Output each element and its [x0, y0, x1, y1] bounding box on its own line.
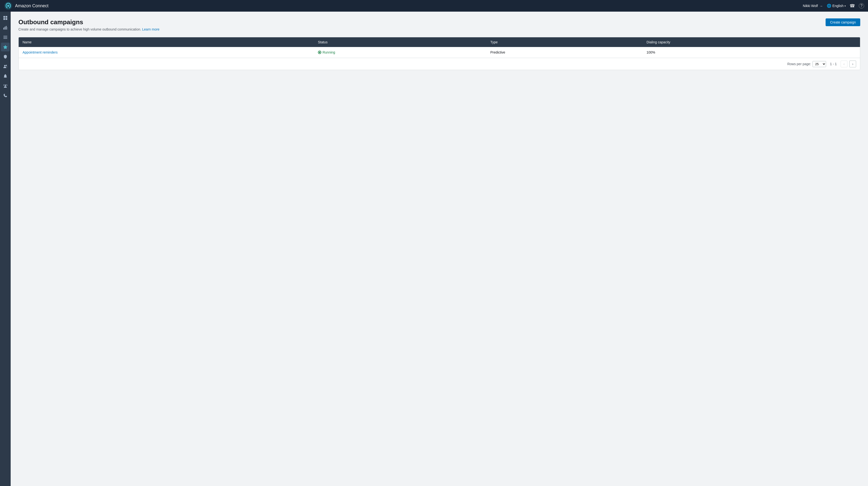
- status-icon: [318, 51, 321, 54]
- svg-rect-10: [3, 36, 7, 36]
- username: Nikki Wolf: [803, 4, 818, 8]
- app-body: Outbound campaigns Create and manage cam…: [0, 12, 868, 486]
- chevron-down-icon: ▾: [844, 5, 846, 7]
- svg-marker-13: [3, 45, 7, 49]
- topnav: Amazon Connect Nikki Wolf → 🌐 English ▾ …: [0, 0, 868, 12]
- svg-rect-7: [5, 27, 5, 30]
- rows-per-page-label: Rows per page:: [787, 62, 811, 66]
- svg-point-17: [5, 85, 6, 86]
- amazon-connect-logo: [4, 1, 12, 10]
- app-title: Amazon Connect: [15, 3, 49, 8]
- col-header-status: Status: [314, 37, 486, 47]
- svg-rect-5: [6, 18, 7, 20]
- language-label: English: [832, 4, 843, 8]
- page-title: Outbound campaigns: [19, 19, 159, 26]
- cell-type: Predictive: [486, 47, 643, 58]
- page-subtitle: Create and manage campaigns to achieve h…: [19, 27, 159, 31]
- sidebar-item-notifications[interactable]: [1, 72, 10, 80]
- sidebar-item-users[interactable]: [1, 62, 10, 71]
- cell-name: Appointment reminders: [19, 47, 314, 58]
- topnav-right: Nikki Wolf → 🌐 English ▾ ☎ ?: [803, 3, 864, 8]
- svg-rect-11: [3, 37, 7, 37]
- app-logo-area: Amazon Connect: [4, 1, 803, 10]
- svg-rect-2: [3, 16, 5, 18]
- svg-point-14: [4, 65, 6, 66]
- learn-more-link[interactable]: Learn more: [142, 27, 160, 31]
- campaigns-table: Name Status Type Dialing capacity Appoin…: [19, 37, 860, 58]
- globe-icon: 🌐: [827, 4, 831, 8]
- user-menu[interactable]: Nikki Wolf →: [803, 4, 823, 8]
- campaigns-table-container: Name Status Type Dialing capacity Appoin…: [19, 37, 860, 70]
- status-running: Running: [318, 51, 483, 54]
- sidebar-item-calls[interactable]: [1, 91, 10, 100]
- svg-rect-9: [7, 27, 7, 30]
- create-campaign-button[interactable]: Create campaign: [826, 19, 860, 26]
- page-subtitle-text: Create and manage campaigns to achieve h…: [19, 27, 141, 31]
- svg-point-15: [6, 65, 7, 66]
- sidebar-item-routing[interactable]: [1, 33, 10, 42]
- logout-icon[interactable]: →: [819, 4, 823, 8]
- svg-rect-8: [6, 26, 6, 30]
- sidebar-item-agent[interactable]: [1, 82, 10, 90]
- language-selector[interactable]: 🌐 English ▾: [827, 4, 846, 8]
- cell-status: Running: [314, 47, 486, 58]
- page-header-text: Outbound campaigns Create and manage cam…: [19, 19, 159, 31]
- status-label: Running: [322, 51, 335, 54]
- next-page-button[interactable]: ›: [849, 61, 856, 67]
- col-header-type: Type: [486, 37, 643, 47]
- svg-point-1: [7, 5, 9, 7]
- sidebar-item-dashboard[interactable]: [1, 13, 10, 22]
- col-header-dialing: Dialing capacity: [643, 37, 860, 47]
- main-content: Outbound campaigns Create and manage cam…: [11, 12, 868, 486]
- page-header: Outbound campaigns Create and manage cam…: [19, 19, 860, 31]
- cell-dialing-capacity: 100%: [643, 47, 860, 58]
- rows-per-page-control: Rows per page: 25 50 100: [787, 61, 826, 67]
- svg-rect-3: [6, 16, 7, 18]
- table-body: Appointment reminders Running Predictive…: [19, 47, 860, 58]
- help-icon[interactable]: ?: [859, 3, 864, 8]
- sidebar: [0, 12, 11, 486]
- sidebar-item-campaigns[interactable]: [1, 43, 10, 52]
- sidebar-item-contacts[interactable]: [1, 52, 10, 61]
- campaign-link[interactable]: Appointment reminders: [23, 51, 58, 54]
- svg-rect-4: [3, 18, 5, 20]
- svg-rect-6: [3, 28, 4, 30]
- col-header-name: Name: [19, 37, 314, 47]
- table-header: Name Status Type Dialing capacity: [19, 37, 860, 47]
- sidebar-item-analytics[interactable]: [1, 23, 10, 32]
- pagination: Rows per page: 25 50 100 1 - 1 ‹ ›: [19, 58, 860, 70]
- phone-icon[interactable]: ☎: [849, 3, 855, 8]
- table-row: Appointment reminders Running Predictive…: [19, 47, 860, 58]
- svg-rect-12: [3, 38, 7, 39]
- page-range: 1 - 1: [830, 62, 837, 66]
- prev-page-button[interactable]: ‹: [841, 61, 847, 67]
- rows-per-page-select[interactable]: 25 50 100: [812, 61, 826, 67]
